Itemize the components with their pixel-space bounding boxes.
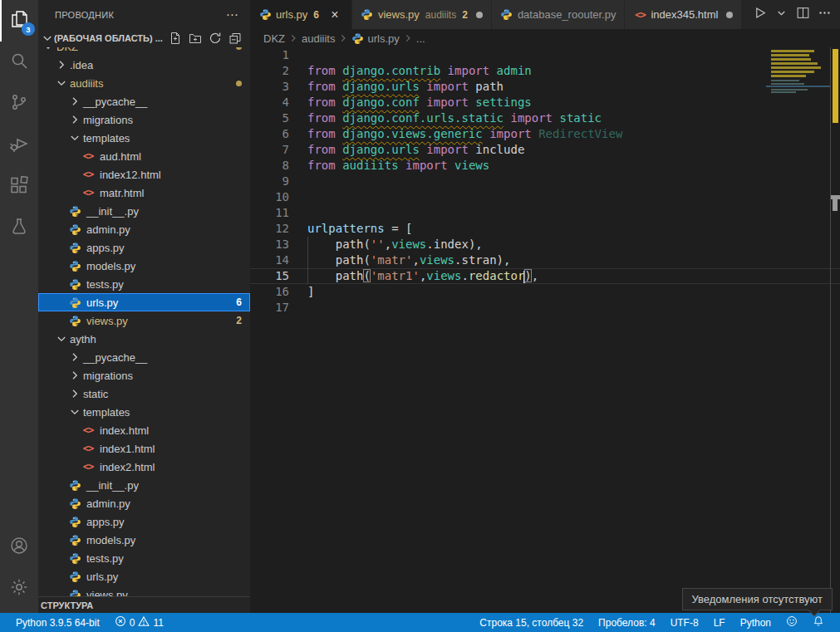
- activity-item-run-debug[interactable]: [0, 125, 38, 166]
- tree-item-views.py[interactable]: views.py2: [38, 311, 250, 330]
- tree-item-tests.py[interactable]: tests.py: [38, 275, 250, 293]
- line-number: 15: [250, 268, 289, 284]
- status-label: Python 3.9.5 64-bit: [16, 617, 100, 629]
- tree-item-aythh[interactable]: aythh: [38, 330, 250, 348]
- status-notifications-bell[interactable]: [805, 613, 832, 632]
- tree-item-static[interactable]: static: [38, 385, 250, 403]
- modified-dot-icon[interactable]: [726, 12, 733, 18]
- tree-item-label: urls.py: [86, 296, 118, 309]
- code-line-13: 13 path('',views.index),: [250, 237, 840, 252]
- tree-item-.idea[interactable]: .idea: [38, 56, 250, 74]
- new-file-button[interactable]: [169, 32, 182, 45]
- breadcrumb-item-DKZ[interactable]: DKZ: [263, 32, 285, 45]
- activity-item-settings[interactable]: [0, 568, 38, 610]
- gear-icon: [9, 577, 29, 600]
- sidebar-more-actions-icon[interactable]: ⋯: [226, 7, 238, 22]
- workspace-section-header[interactable]: (РАБОЧАЯ ОБЛАСТЬ) ...: [38, 29, 250, 47]
- tree-item-index2.html[interactable]: <>index2.html: [38, 458, 250, 476]
- new-folder-button[interactable]: [189, 32, 202, 45]
- tree-item-apps.py[interactable]: apps.py: [38, 512, 250, 531]
- tab-views.py[interactable]: views.pyaudiiits2: [352, 0, 491, 29]
- tree-item-index.html[interactable]: <>index.html: [38, 421, 250, 439]
- status-python-version[interactable]: Python 3.9.5 64-bit: [8, 613, 107, 632]
- status-eol[interactable]: LF: [706, 613, 733, 632]
- minimap-code-line: [771, 80, 799, 81]
- tree-item-label: __init__.py: [86, 205, 139, 218]
- tree-item-apps.py[interactable]: apps.py: [38, 238, 250, 257]
- tree-item-label: aud.html: [100, 150, 141, 163]
- close-icon[interactable]: ×: [327, 7, 343, 23]
- tree-item-templates[interactable]: templates: [38, 129, 250, 147]
- chevron-down-icon: [68, 131, 81, 145]
- tree-item-templates[interactable]: templates: [38, 403, 250, 421]
- breadcrumb-label: DKZ: [263, 32, 285, 45]
- overview-ruler[interactable]: [831, 47, 840, 613]
- activity-item-explorer[interactable]: 3: [0, 0, 38, 42]
- status-encoding[interactable]: UTF-8: [663, 613, 706, 632]
- tree-item-urls.py[interactable]: urls.py: [38, 567, 250, 585]
- python-icon: [68, 588, 81, 596]
- tree-item-migrations[interactable]: migrations: [38, 110, 250, 129]
- status-problems[interactable]: 011: [107, 613, 171, 632]
- tree-item-index12.html[interactable]: <>index12.html: [38, 165, 250, 184]
- tree-item-urls.py[interactable]: urls.py6: [38, 293, 250, 311]
- activity-item-source-control[interactable]: [0, 83, 38, 125]
- activity-item-accounts[interactable]: [0, 527, 38, 568]
- editor-group: urls.py6×views.pyaudiiits2database_roout…: [250, 0, 840, 613]
- chevron-right-icon: [68, 387, 81, 400]
- tree-item-migrations[interactable]: migrations: [38, 366, 250, 385]
- html-icon: <>: [81, 168, 95, 181]
- chevron-small-down-icon: [774, 6, 788, 23]
- refresh-button[interactable]: [209, 32, 222, 45]
- code-line-17: 17: [250, 300, 840, 316]
- tree-item-__init__.py[interactable]: __init__.py: [38, 202, 250, 220]
- line-number: 4: [250, 95, 289, 110]
- warning-icon: [138, 615, 150, 630]
- status-language-mode[interactable]: Python: [733, 613, 779, 632]
- tree-item-__pycache__[interactable]: __pycache__: [38, 348, 250, 366]
- tree-item-models.py[interactable]: models.py: [38, 257, 250, 275]
- tree-item-aud.html[interactable]: <>aud.html: [38, 147, 250, 165]
- more-actions-button[interactable]: [815, 6, 833, 24]
- code-editor[interactable]: 12from django.contrib import admin3from …: [250, 47, 840, 613]
- line-number: 12: [250, 221, 289, 237]
- tree-item-matr.html[interactable]: <>matr.html: [38, 184, 250, 202]
- status-indentation[interactable]: Пробелов: 4: [591, 613, 663, 632]
- activity-item-testing[interactable]: [0, 208, 38, 249]
- code-line-10: 10: [250, 189, 840, 205]
- tree-item-audiiits[interactable]: audiiits: [38, 74, 250, 92]
- tree-item-index1.html[interactable]: <>index1.html: [38, 439, 250, 458]
- line-number: 3: [250, 79, 289, 95]
- tree-item-views.py[interactable]: views.py: [38, 585, 250, 596]
- split-editor-button[interactable]: [793, 6, 812, 24]
- status-feedback[interactable]: [779, 613, 805, 632]
- tree-item-models.py[interactable]: models.py: [38, 531, 250, 549]
- breadcrumb-item-urls.py[interactable]: urls.py: [351, 32, 399, 45]
- activity-item-extensions[interactable]: [0, 166, 38, 208]
- tab-urls.py[interactable]: urls.py6×: [250, 0, 351, 29]
- status-cursor-position[interactable]: Строка 15, столбец 32: [472, 613, 591, 632]
- breadcrumb-item-audiiits[interactable]: audiiits: [302, 32, 335, 45]
- collapse-all-button[interactable]: [228, 32, 242, 45]
- tree-item-admin.py[interactable]: admin.py: [38, 494, 250, 512]
- notifications-tooltip: Уведомления отсутствуют: [682, 588, 833, 610]
- tree-item-__pycache__[interactable]: __pycache__: [38, 92, 250, 110]
- tree-item-__init__.py[interactable]: __init__.py: [38, 476, 250, 494]
- activity-bar: 3: [0, 0, 38, 613]
- tree-item-admin.py[interactable]: admin.py: [38, 220, 250, 238]
- breadcrumb-item-...[interactable]: ...: [416, 32, 425, 45]
- activity-item-search[interactable]: [0, 42, 38, 83]
- tab-database_roouter.py[interactable]: database_roouter.py: [492, 0, 625, 29]
- tree-item-tests.py[interactable]: tests.py: [38, 549, 250, 567]
- outline-section-header[interactable]: СТРУКТУРА: [38, 596, 250, 613]
- scrollbar-slider[interactable]: [833, 199, 838, 211]
- run-button[interactable]: [750, 6, 769, 24]
- line-number: 16: [250, 284, 289, 300]
- tab-index345.html[interactable]: <>index345.html: [625, 0, 741, 29]
- tree-item-label: migrations: [83, 370, 133, 382]
- run-dropdown[interactable]: [772, 6, 790, 24]
- minimap[interactable]: [766, 47, 831, 613]
- modified-dot-icon[interactable]: [476, 12, 483, 18]
- tree-item-DKZ[interactable]: DKZ: [38, 47, 250, 56]
- line-text: [289, 300, 307, 316]
